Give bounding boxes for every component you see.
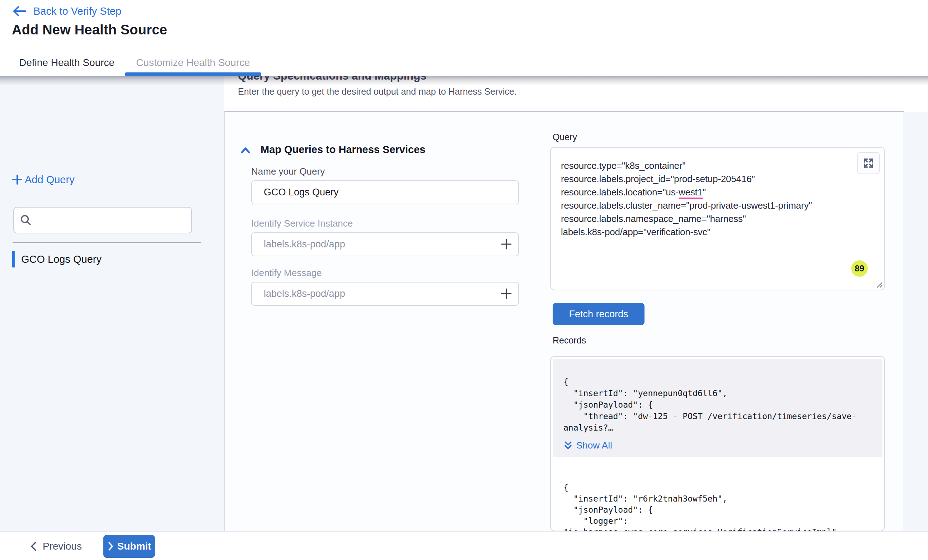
records-container: { "insertId": "yennepun0qtd6ll6", "jsonP… [550, 356, 885, 531]
plus-icon [11, 173, 23, 186]
identify-service-instance-label: Identify Service Instance [251, 218, 353, 229]
record-item: { "insertId": "r6rk2tnah3owf5eh", "jsonP… [553, 482, 882, 531]
query-search [13, 207, 192, 233]
submit-button[interactable]: Submit [103, 535, 155, 558]
fetch-records-button[interactable]: Fetch records [553, 303, 644, 325]
previous-button-label: Previous [43, 541, 82, 552]
resize-handle-icon[interactable] [875, 280, 883, 289]
add-health-source-page: Query Specifications and Mappings Enter … [0, 0, 928, 560]
sidebar-item-gco-logs-query[interactable]: GCO Logs Query [12, 251, 199, 268]
query-textarea[interactable]: resource.type="k8s_container" resource.l… [550, 147, 885, 291]
back-arrow-icon [12, 5, 27, 17]
name-query-input[interactable] [251, 180, 519, 204]
expand-icon [863, 157, 874, 169]
service-instance-field [251, 232, 519, 256]
tab-customize-label: Customize Health Source [136, 57, 250, 68]
search-icon [19, 214, 32, 227]
tab-customize-health-source[interactable]: Customize Health Source [125, 50, 261, 76]
expand-query-button[interactable] [857, 152, 880, 174]
show-all-button[interactable]: Show All [563, 440, 612, 451]
previous-button[interactable]: Previous [30, 535, 82, 558]
tab-define-health-source[interactable]: Define Health Source [8, 50, 125, 76]
record-json: { "insertId": "r6rk2tnah3owf5eh", "jsonP… [563, 482, 874, 531]
selected-item-indicator [12, 251, 15, 268]
add-message-plus-icon[interactable] [500, 288, 513, 300]
search-input[interactable] [13, 207, 192, 233]
add-query-button[interactable]: Add Query [11, 173, 75, 186]
query-specifications-subtitle: Enter the query to get the desired outpu… [238, 87, 517, 97]
wizard-footer: Previous Submit [0, 531, 928, 560]
message-input[interactable] [251, 282, 519, 306]
query-label: Query [553, 132, 577, 142]
identify-message-label: Identify Message [251, 268, 322, 278]
active-tab-underline [125, 72, 261, 76]
chevron-right-icon [107, 542, 114, 551]
service-instance-input[interactable] [251, 232, 519, 256]
submit-button-label: Submit [118, 541, 151, 552]
record-json: { "insertId": "yennepun0qtd6ll6", "jsonP… [563, 376, 874, 434]
chevron-up-icon [239, 144, 252, 157]
double-chevron-down-icon [563, 441, 573, 450]
message-field [251, 282, 519, 306]
add-query-label: Add Query [25, 174, 75, 186]
query-sidebar: Add Query GCO Logs Query [0, 76, 224, 531]
sidebar-divider [12, 242, 201, 243]
add-service-instance-plus-icon[interactable] [500, 238, 513, 250]
tab-bar: Define Health Source Customize Health So… [0, 50, 928, 76]
tab-define-label: Define Health Source [19, 57, 114, 68]
collapse-section-button[interactable] [239, 144, 252, 157]
records-label: Records [553, 335, 586, 345]
name-query-label: Name your Query [251, 166, 325, 177]
back-button[interactable]: Back to Verify Step [12, 5, 121, 17]
query-item-label: GCO Logs Query [21, 254, 102, 265]
record-item: { "insertId": "yennepun0qtd6ll6", "jsonP… [553, 359, 882, 457]
page-title: Add New Health Source [12, 22, 167, 38]
chevron-left-icon [30, 541, 38, 552]
map-queries-section-title: Map Queries to Harness Services [261, 144, 425, 155]
page-header: Back to Verify Step Add New Health Sourc… [0, 0, 928, 50]
show-all-label: Show All [576, 440, 612, 451]
name-query-field [251, 180, 519, 204]
back-button-label: Back to Verify Step [34, 5, 121, 17]
